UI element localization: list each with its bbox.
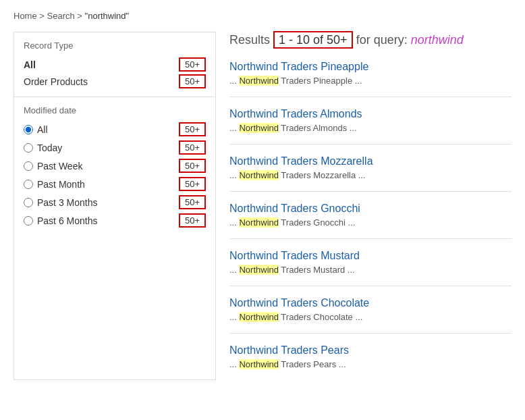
- date-radio-past-month[interactable]: [24, 180, 33, 189]
- date-label-all: All: [37, 124, 48, 135]
- results-middle: for query:: [356, 33, 408, 47]
- result-item-3: Northwind Traders Mozzarella ... Northwi…: [229, 155, 512, 180]
- result-title-2[interactable]: Northwind Traders Almonds: [229, 108, 512, 120]
- result-title-1[interactable]: Northwind Traders Pineapple: [229, 61, 512, 73]
- result-item-6: Northwind Traders Chocolate ... Northwin…: [229, 297, 512, 322]
- result-item-4: Northwind Traders Gnocchi ... Northwind …: [229, 203, 512, 228]
- page-wrapper: Home > Search > "northwind" Record Type …: [0, 0, 525, 391]
- date-row-past-week[interactable]: Past Week 50+: [24, 159, 206, 173]
- date-count-past-6-months: 50+: [179, 213, 206, 228]
- results-range: 1 - 10 of 50+: [273, 31, 353, 49]
- breadcrumb-sep1: >: [39, 11, 47, 21]
- main-content: Record Type All 50+ Order Products 50+ M…: [13, 32, 512, 380]
- result-title-4[interactable]: Northwind Traders Gnocchi: [229, 203, 512, 215]
- record-type-title: Record Type: [24, 41, 206, 51]
- modified-date-title: Modified date: [24, 105, 206, 115]
- highlight-7: Northwind: [239, 359, 279, 369]
- record-type-section: Record Type All 50+ Order Products 50+: [14, 32, 215, 97]
- date-count-past-week: 50+: [179, 159, 206, 173]
- date-label-past-6-months: Past 6 Months: [37, 215, 98, 226]
- date-radio-past-3-months[interactable]: [24, 198, 33, 207]
- result-title-3[interactable]: Northwind Traders Mozzarella: [229, 155, 512, 167]
- results-summary: Results 1 - 10 of 50+ for query: northwi…: [229, 32, 512, 49]
- date-count-today: 50+: [179, 140, 206, 155]
- results-prefix: Results: [229, 33, 270, 47]
- result-snippet-6: ... Northwind Traders Chocolate ...: [229, 312, 512, 322]
- record-type-label-order-products: Order Products: [24, 76, 88, 87]
- result-snippet-2: ... Northwind Traders Almonds ...: [229, 123, 512, 133]
- date-label-wrap-past-3-months: Past 3 Months: [24, 197, 98, 208]
- modified-date-section: Modified date All 50+ Today: [14, 97, 215, 236]
- result-item-5: Northwind Traders Mustard ... Northwind …: [229, 250, 512, 275]
- breadcrumb-search[interactable]: Search: [47, 11, 75, 21]
- date-radio-past-week[interactable]: [24, 161, 33, 171]
- date-row-past-month[interactable]: Past Month 50+: [24, 177, 206, 191]
- date-label-wrap-past-6-months: Past 6 Months: [24, 215, 98, 226]
- date-label-wrap-all: All: [24, 124, 48, 135]
- breadcrumb: Home > Search > "northwind": [13, 11, 512, 21]
- divider-6: [229, 333, 512, 334]
- divider-4: [229, 238, 512, 239]
- highlight-5: Northwind: [239, 265, 279, 275]
- date-label-today: Today: [37, 142, 62, 153]
- breadcrumb-home[interactable]: Home: [13, 11, 37, 21]
- results-query-text: northwind: [411, 33, 464, 47]
- record-type-label-all: All: [24, 59, 36, 70]
- date-label-past-month: Past Month: [37, 179, 85, 190]
- date-label-wrap-today: Today: [24, 142, 62, 153]
- record-type-row-all[interactable]: All 50+: [24, 57, 206, 72]
- date-row-past-3-months[interactable]: Past 3 Months 50+: [24, 195, 206, 209]
- date-label-past-3-months: Past 3 Months: [37, 197, 98, 208]
- date-row-past-6-months[interactable]: Past 6 Months 50+: [24, 213, 206, 228]
- result-title-7[interactable]: Northwind Traders Pears: [229, 344, 512, 357]
- date-radio-today[interactable]: [24, 143, 33, 153]
- result-snippet-5: ... Northwind Traders Mustard ...: [229, 265, 512, 275]
- highlight-4: Northwind: [239, 217, 279, 228]
- divider-3: [229, 191, 512, 192]
- date-radio-all[interactable]: [24, 125, 33, 134]
- highlight-6: Northwind: [239, 312, 279, 322]
- result-item-1: Northwind Traders Pineapple ... Northwin…: [229, 61, 512, 86]
- highlight-2: Northwind: [239, 123, 279, 133]
- breadcrumb-query: "northwind": [85, 11, 130, 21]
- date-count-past-3-months: 50+: [179, 195, 206, 209]
- date-label-wrap-past-month: Past Month: [24, 179, 85, 190]
- record-type-row-order-products[interactable]: Order Products 50+: [24, 74, 206, 88]
- date-count-past-month: 50+: [179, 177, 206, 191]
- result-snippet-4: ... Northwind Traders Gnocchi ...: [229, 217, 512, 228]
- date-label-past-week: Past Week: [37, 161, 82, 172]
- record-type-count-all: 50+: [179, 57, 206, 72]
- result-title-5[interactable]: Northwind Traders Mustard: [229, 250, 512, 262]
- sidebar: Record Type All 50+ Order Products 50+ M…: [13, 32, 216, 380]
- date-row-today[interactable]: Today 50+: [24, 140, 206, 155]
- result-title-6[interactable]: Northwind Traders Chocolate: [229, 297, 512, 309]
- divider-2: [229, 144, 512, 145]
- result-snippet-3: ... Northwind Traders Mozzarella ...: [229, 170, 512, 180]
- results-area: Results 1 - 10 of 50+ for query: northwi…: [229, 32, 512, 380]
- highlight-1: Northwind: [239, 76, 279, 86]
- divider-1: [229, 97, 512, 97]
- highlight-3: Northwind: [239, 170, 279, 180]
- date-filter-rows: All 50+ Today 50+ Pa: [24, 122, 206, 228]
- result-item-7: Northwind Traders Pears ... Northwind Tr…: [229, 344, 512, 369]
- record-type-rows: All 50+ Order Products 50+: [24, 57, 206, 88]
- breadcrumb-sep2: >: [77, 11, 84, 21]
- record-type-count-order-products: 50+: [179, 74, 206, 88]
- result-snippet-7: ... Northwind Traders Pears ...: [229, 359, 512, 369]
- date-count-all: 50+: [179, 122, 206, 136]
- date-label-wrap-past-week: Past Week: [24, 161, 82, 172]
- result-item-2: Northwind Traders Almonds ... Northwind …: [229, 108, 512, 133]
- divider-5: [229, 286, 512, 286]
- date-row-all[interactable]: All 50+: [24, 122, 206, 136]
- date-radio-past-6-months[interactable]: [24, 216, 33, 226]
- result-snippet-1: ... Northwind Traders Pineapple ...: [229, 76, 512, 86]
